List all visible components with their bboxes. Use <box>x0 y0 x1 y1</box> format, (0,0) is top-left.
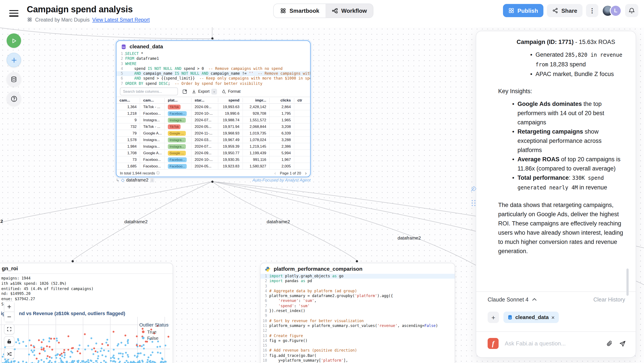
legend-item-true[interactable]: True <box>139 329 168 335</box>
node-card-header[interactable]: platform_performance_comparison <box>260 263 455 274</box>
column-header[interactable]: star... <box>192 98 218 102</box>
export-button[interactable]: Export ⌄ <box>192 89 217 94</box>
legend-item-false[interactable]: False <box>139 335 168 341</box>
output-menu-button[interactable]: ⋮ <box>150 178 154 182</box>
paperclip-icon[interactable] <box>606 340 613 347</box>
hamburger-menu-icon[interactable] <box>9 10 18 17</box>
table-row[interactable]: 1,578Instagra...Instagra...2024-03...19,… <box>116 137 310 143</box>
ask-question-input[interactable] <box>504 340 601 347</box>
prev-page-button[interactable]: ‹ <box>274 171 276 175</box>
column-header[interactable]: cam... <box>116 98 140 102</box>
atom-icon <box>27 17 32 23</box>
table-row[interactable]: 1,708Google A...Google ...2024-09...19,9… <box>116 150 310 156</box>
table-cell: 2024-05... <box>192 163 218 169</box>
column-header[interactable]: ctr <box>294 98 310 102</box>
share-button[interactable]: Share <box>547 4 582 17</box>
fold-icon[interactable] <box>268 294 270 299</box>
database-icon <box>10 76 17 83</box>
fullscreen-button[interactable] <box>4 324 14 334</box>
tab-workflow[interactable]: Workflow <box>326 4 373 18</box>
list-item: Total performance: 330K spend generated … <box>512 173 625 192</box>
edge-label-dataframe2[interactable]: dataframe2 <box>124 219 148 224</box>
python-editor[interactable]: 1import plotly.graph_objects as go2impor… <box>260 274 455 363</box>
table-row[interactable]: 1,364TikTok - ...TikTok2024-09...19,993.… <box>116 104 310 110</box>
node-card-header[interactable]: gn_roi <box>0 263 173 274</box>
table-cell: 928,708 <box>243 110 270 117</box>
input-handle[interactable] <box>72 260 74 262</box>
search-table-columns-input[interactable] <box>120 88 178 95</box>
table-cell: 3,288 <box>270 137 294 143</box>
help-button[interactable] <box>6 91 21 106</box>
model-selector[interactable]: Claude Sonnet 4 <box>488 296 537 302</box>
output-handle[interactable] <box>211 181 214 183</box>
table-row[interactable]: 1,218Faceboo...Faceboo...2024-10-...19,9… <box>116 110 310 117</box>
lock-axes-button[interactable] <box>4 336 14 347</box>
table-row[interactable]: 73Faceboo...Faceboo...2024-10-...19,930.… <box>116 156 310 163</box>
table-row[interactable]: 1,984Instagra...Instagra...2024-07...19,… <box>116 143 310 150</box>
run-workflow-button[interactable] <box>6 34 21 48</box>
result-table: cam...cam...plat...star...spendimpr...cl… <box>116 97 310 170</box>
column-header[interactable]: spend <box>218 98 243 102</box>
add-context-button[interactable]: + <box>488 311 499 323</box>
zoom-out-button[interactable] <box>4 311 14 322</box>
input-handle[interactable] <box>211 37 214 40</box>
table-cell: 19,971.94 <box>218 124 243 130</box>
closing-paragraph: The data shows that retargeting campaign… <box>498 200 625 256</box>
table-cell: Faceboo... <box>140 163 165 169</box>
scrollbar-thumb[interactable] <box>626 268 628 296</box>
tab-label: Smartbook <box>290 8 319 14</box>
clear-history-button[interactable]: Clear History <box>594 296 625 302</box>
remove-chip-icon[interactable]: × <box>551 314 554 320</box>
table-cell: 19,930.35 <box>218 156 243 163</box>
avatar-letter[interactable]: L <box>610 5 622 17</box>
table-cell <box>294 110 310 117</box>
column-header[interactable]: cam... <box>140 98 165 102</box>
table-cell: Instagra... <box>140 137 165 143</box>
legend-swatch <box>142 337 144 339</box>
pin-off-icon[interactable] <box>470 186 477 192</box>
notifications-button[interactable] <box>625 4 638 17</box>
fold-icon[interactable] <box>124 52 126 57</box>
context-chip-cleaned-data[interactable]: sql cleaned_data × <box>504 311 558 323</box>
send-icon[interactable] <box>619 340 626 347</box>
edge-label-dataframe2[interactable]: dataframe2 <box>398 235 421 240</box>
column-header[interactable]: clicks <box>270 98 294 102</box>
table-row[interactable]: 732TikTok - ...TikTok2024-05...19,971.94… <box>116 124 310 130</box>
tab-smartbook[interactable]: Smartbook <box>274 4 326 18</box>
table-cell: 1,795 <box>270 110 294 117</box>
insights-list: Google Ads dominates the top performers … <box>512 99 625 192</box>
table-cell: 79 <box>116 130 140 136</box>
zoom-in-button[interactable] <box>4 301 14 311</box>
node-card-header[interactable]: SQL cleaned_data <box>116 41 310 52</box>
table-row[interactable]: 1,685Faceboo...Faceboo...2024-05...19,92… <box>116 163 310 170</box>
table-row[interactable]: 79Google A...Google ...2024-11-...19,968… <box>116 130 310 137</box>
expand-table-button[interactable] <box>182 89 187 94</box>
next-page-button[interactable]: › <box>305 171 306 175</box>
column-header[interactable]: impr... <box>243 98 270 102</box>
assistant-messages[interactable]: Campaign (ID: 1771) - 15.63x ROAS Genera… <box>476 31 636 291</box>
more-menu-button[interactable]: ⋮ <box>586 4 598 17</box>
export-options-button[interactable]: ⌄ <box>211 89 217 94</box>
drag-handle-icon[interactable] <box>471 200 476 207</box>
data-sources-button[interactable] <box>6 72 21 87</box>
column-header[interactable]: plat... <box>165 98 192 102</box>
table-cell: Faceboo... <box>165 163 192 169</box>
table-cell: 19,923.83 <box>218 163 243 169</box>
output-dataframe-label[interactable]: dataframe2 <box>126 178 148 182</box>
publish-button[interactable]: Publish <box>503 4 544 17</box>
shuffle-button[interactable] <box>4 348 14 359</box>
return-arrow-icon <box>116 178 119 182</box>
view-switcher: Smartbook Workflow <box>273 4 374 18</box>
table-cell: Faceboo... <box>165 110 192 117</box>
format-button[interactable]: Format <box>222 89 240 94</box>
table-cell: 1,578 <box>116 137 140 143</box>
sql-editor[interactable]: 1SELECT *2FROM dataframe13WHERE4 spend I… <box>116 52 310 86</box>
edge-label-dataframe2[interactable]: dataframe2 <box>267 219 290 224</box>
platform-badge: Instagra... <box>168 144 186 149</box>
add-node-button[interactable] <box>6 53 21 67</box>
table-cell: Google ... <box>165 150 192 156</box>
input-handle[interactable] <box>356 260 358 262</box>
table-row[interactable]: 9Instagra...Instagra...2024-07...19,988.… <box>116 117 310 124</box>
view-latest-smart-report-link[interactable]: View Latest Smart Report <box>92 17 150 22</box>
node-title: gn_roi <box>2 265 18 272</box>
